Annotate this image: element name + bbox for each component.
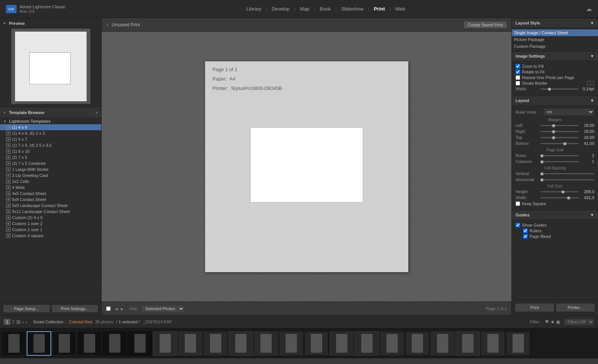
nav-slideshow[interactable]: Slideshow (337, 6, 368, 12)
cloud-icon[interactable]: ☁ (586, 5, 592, 12)
view-double-button[interactable]: 2 (12, 319, 15, 324)
guides-header[interactable]: Guides ▼ (512, 210, 598, 220)
template-item-18[interactable]: ▦ Custom 4 square (0, 233, 101, 239)
filmstrip-thumb-6[interactable] (153, 331, 177, 356)
template-item-9[interactable]: ▦ 2x2 Cells (0, 178, 101, 184)
filmstrip-thumb-18[interactable] (455, 331, 480, 356)
next-page-button[interactable]: ▸ (121, 306, 123, 312)
template-item-8[interactable]: ▦ 2-Up Greeting Card (0, 172, 101, 178)
columns-slider[interactable] (540, 161, 579, 162)
nav-map[interactable]: Map (295, 6, 314, 12)
template-item-15[interactable]: ▦ Custom (2) 4 x 6 (0, 215, 101, 221)
zoom-to-fill-checkbox[interactable] (516, 64, 520, 69)
filmstrip-thumb-7[interactable] (178, 331, 202, 356)
filmstrip-thumb-9[interactable] (228, 331, 253, 356)
repeat-one-checkbox[interactable] (516, 75, 520, 80)
grid-icon[interactable]: ⊞ (16, 319, 21, 325)
nav-library[interactable]: Library (242, 6, 266, 12)
margin-top-slider[interactable] (540, 137, 579, 138)
collection-name[interactable]: Colored Red (69, 320, 92, 324)
template-item-16[interactable]: ▦ Custom 1 over 2 (0, 221, 101, 227)
nav-web[interactable]: Web (391, 6, 410, 12)
filmstrip-thumb-0[interactable] (2, 331, 26, 356)
filter-flag-icon[interactable]: ⚑ (545, 319, 549, 325)
template-item-10[interactable]: ▦ 4 Wide (0, 184, 101, 190)
template-item-4[interactable]: ▦ (1) 8 x 10 (0, 148, 101, 154)
margin-right-slider[interactable] (540, 131, 579, 132)
nav-develop[interactable]: Develop (267, 6, 294, 12)
view-single-button[interactable]: 1 (4, 319, 11, 325)
filmstrip-thumb-5[interactable] (128, 331, 152, 356)
vertical-spacing-slider[interactable] (540, 173, 594, 174)
nav-print[interactable]: Print (369, 6, 390, 12)
filmstrip-thumb-20[interactable] (506, 331, 530, 356)
show-guides-checkbox[interactable] (516, 223, 520, 227)
stroke-width-slider[interactable] (540, 88, 579, 90)
template-item-6[interactable]: ▦ (2) 7 x 5 Centered (0, 160, 101, 166)
template-item-2[interactable]: ▦ (1) 5 x 7 (0, 136, 101, 142)
use-select[interactable]: Selected PhotosAll PhotosFlagged Photos (141, 305, 184, 312)
filmstrip-thumb-4[interactable] (102, 331, 127, 356)
page-bleed-checkbox[interactable] (523, 234, 528, 239)
add-template-button[interactable]: + (95, 110, 98, 116)
template-browser-header[interactable]: ▼ Template Browser + (0, 107, 101, 118)
layout-picture-package[interactable]: Picture Package (512, 36, 598, 43)
keep-square-checkbox[interactable] (516, 201, 520, 206)
filmstrip-thumb-11[interactable] (279, 331, 303, 356)
filmstrip-thumb-13[interactable] (329, 331, 354, 356)
nav-book[interactable]: Book (315, 6, 336, 12)
template-item-17[interactable]: ▦ Custom 2 over 1 (0, 227, 101, 233)
filmstrip-prev-button[interactable]: ‹ (22, 319, 24, 325)
template-item-7[interactable]: ▦ 1 Large With Stroke (0, 166, 101, 172)
print-button[interactable]: Print (515, 303, 554, 312)
template-item-5[interactable]: ▦ (2) 7 x 5 (0, 154, 101, 160)
layout-single-image[interactable]: Single Image / Contact Sheet (512, 29, 598, 36)
cell-width-slider[interactable] (540, 197, 579, 198)
template-item-13[interactable]: ▦ 5x9 Landscape Contact Sheet (0, 203, 101, 209)
image-settings-header[interactable]: Image Settings ▼ (512, 51, 598, 61)
layout-custom-package[interactable]: Custom Package (512, 43, 598, 50)
page-setup-button[interactable]: Page Setup... (3, 305, 50, 313)
create-saved-print-button[interactable]: Create Saved Print (464, 21, 507, 29)
horizontal-spacing-slider[interactable] (540, 179, 594, 180)
layout-section-header[interactable]: Layout ▼ (512, 96, 598, 105)
template-item-1[interactable]: ▦ (1) 4 x 6, (6) 2 x 3 (0, 130, 101, 136)
filmstrip-thumb-15[interactable] (380, 331, 404, 356)
template-group-lightroom[interactable]: ▼ Lightroom Templates (0, 118, 101, 124)
filmstrip-thumb-2[interactable] (52, 331, 76, 356)
filmstrip-thumb-12[interactable] (304, 331, 329, 356)
margin-bottom-slider[interactable] (540, 143, 579, 144)
template-item-11[interactable]: ▦ 4x5 Contact Sheet (0, 190, 101, 196)
filter-star-icon[interactable]: ★ (550, 319, 555, 325)
filmstrip-thumb-16[interactable] (405, 331, 429, 356)
filmstrip-thumb-14[interactable] (355, 331, 379, 356)
filmstrip-thumb-8[interactable] (203, 331, 228, 356)
template-item-3[interactable]: ▦ (1) 7 x 5, (4) 2.5 x 3.5 (0, 142, 101, 148)
preview-collapse[interactable]: ▼ (3, 22, 6, 25)
template-item-12[interactable]: ▦ 5x8 Contact Sheet (0, 196, 101, 203)
stroke-color-swatch[interactable] (587, 81, 594, 85)
prev-page-button[interactable]: ◂ (115, 306, 118, 312)
margin-left-slider[interactable] (540, 125, 579, 126)
filmstrip-thumb-1[interactable] (27, 331, 51, 356)
rotate-to-fit-checkbox[interactable] (516, 70, 520, 74)
select-all-checkbox[interactable] (106, 306, 111, 311)
cell-height-slider[interactable] (540, 191, 579, 192)
filmstrip-thumb-17[interactable] (430, 331, 455, 356)
rulers-checkbox[interactable] (523, 228, 528, 233)
printer-button[interactable]: Printer... (556, 303, 595, 312)
template-item-14[interactable]: ▦ 5x11 Landscape Contact Sheet (0, 209, 101, 215)
filmstrip-next-button[interactable]: › (25, 319, 27, 325)
rows-slider[interactable] (540, 155, 579, 156)
ruler-units-select[interactable]: cm inches mm (543, 108, 594, 116)
filter-color-icon[interactable]: ◉ (556, 319, 560, 325)
filmstrip-thumb-3[interactable] (77, 331, 102, 356)
filmstrip-thumb-19[interactable] (481, 331, 505, 356)
filmstrip-thumb-10[interactable] (254, 331, 278, 356)
layout-style-header[interactable]: Layout Style ▼ (512, 18, 598, 28)
filter-select[interactable]: Filters Off (563, 318, 594, 326)
stroke-border-checkbox[interactable] (516, 81, 520, 85)
filmstrip-photos (0, 328, 598, 358)
print-settings-button[interactable]: Print Settings... (52, 305, 99, 313)
template-item-0[interactable]: ▦ (1) 4 x 6 (0, 124, 101, 130)
